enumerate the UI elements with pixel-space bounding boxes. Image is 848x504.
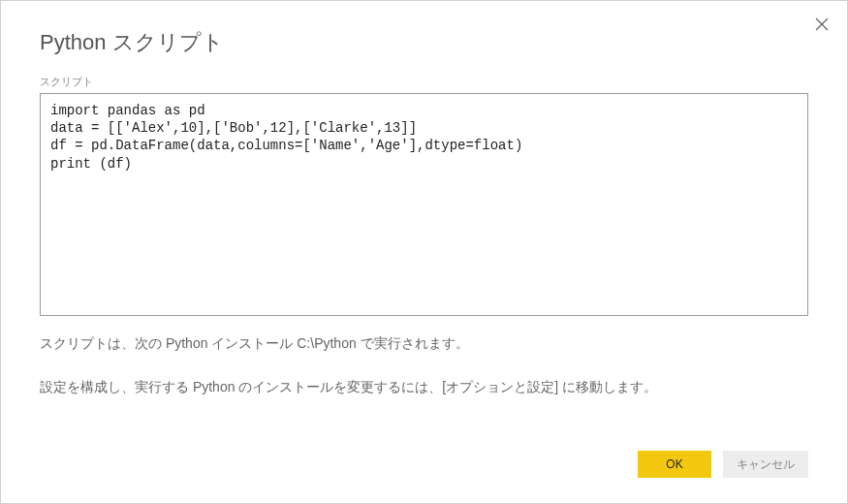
button-bar: OK キャンセル — [638, 451, 808, 478]
install-path-text: スクリプトは、次の Python インストール C:\Python で実行されま… — [40, 333, 808, 354]
script-textarea[interactable] — [40, 93, 808, 316]
settings-hint-text: 設定を構成し、実行する Python のインストールを変更するには、[オプション… — [40, 377, 808, 397]
close-button[interactable] — [810, 13, 833, 36]
ok-button[interactable]: OK — [638, 451, 711, 478]
cancel-button[interactable]: キャンセル — [723, 451, 808, 478]
script-label: スクリプト — [40, 75, 808, 89]
dialog-title: Python スクリプト — [1, 1, 847, 75]
close-icon — [815, 17, 829, 31]
dialog-content: スクリプト スクリプトは、次の Python インストール C:\Python … — [1, 75, 847, 397]
python-script-dialog: Python スクリプト スクリプト スクリプトは、次の Python インスト… — [1, 1, 847, 503]
